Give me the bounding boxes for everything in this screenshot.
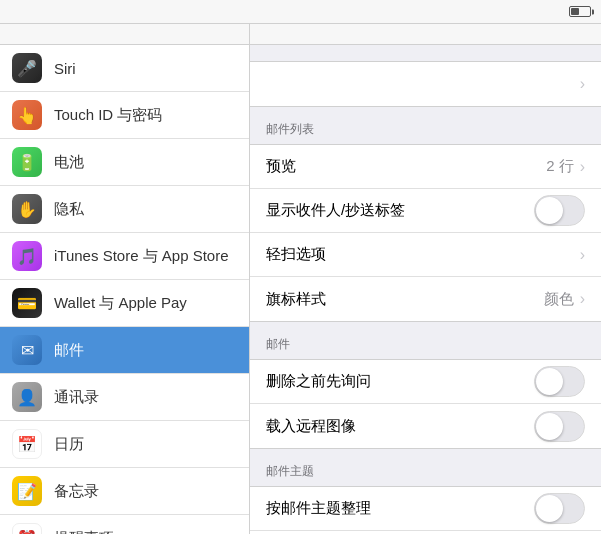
toggle-2-0[interactable] [534,493,585,524]
itunes-icon: 🎵 [12,241,42,271]
row-value-0-3: 颜色 [544,290,574,309]
settings-row-2-0[interactable]: 按邮件主题整理 [250,487,601,531]
add-account-row[interactable]: › [250,62,601,106]
settings-row-0-3[interactable]: 旗标样式颜色› [250,277,601,321]
sidebar-item-calendar[interactable]: 📅日历 [0,421,249,468]
settings-group-1: 删除之前先询问载入远程图像 [250,359,601,449]
settings-row-0-1[interactable]: 显示收件人/抄送标签 [250,189,601,233]
row-chevron-0-3: › [580,290,585,308]
section-title-2: 邮件主题 [250,449,601,486]
sidebar-item-label-reminders: 提醒事项 [54,529,114,535]
sidebar-item-battery[interactable]: 🔋电池 [0,139,249,186]
row-label-1-1: 载入远程图像 [266,417,534,436]
mail-icon: ✉ [12,335,42,365]
settings-row-1-1[interactable]: 载入远程图像 [250,404,601,448]
sidebar-item-label-battery: 电池 [54,153,84,172]
add-account-group: › [250,61,601,107]
sidebar-title [0,24,249,45]
sidebar-item-label-wallet: Wallet 与 Apple Pay [54,294,187,313]
sidebar-item-wallet[interactable]: 💳Wallet 与 Apple Pay [0,280,249,327]
row-label-1-0: 删除之前先询问 [266,372,534,391]
status-right [565,6,591,17]
right-sections: 邮件列表预览2 行›显示收件人/抄送标签轻扫选项›旗标样式颜色›邮件删除之前先询… [250,107,601,534]
row-chevron-0-2: › [580,246,585,264]
right-panel-title [250,24,601,45]
sidebar-item-label-contacts: 通讯录 [54,388,99,407]
settings-group-2: 按邮件主题整理最新邮件显示在最上方 [250,486,601,534]
toggle-knob-2-0 [536,495,563,522]
section-title-1: 邮件 [250,322,601,359]
section-title-0: 邮件列表 [250,107,601,144]
sidebar-item-label-touchid: Touch ID 与密码 [54,106,162,125]
sidebar-item-label-mail: 邮件 [54,341,84,360]
sidebar-item-touchid[interactable]: 👆Touch ID 与密码 [0,92,249,139]
toggle-1-1[interactable] [534,411,585,442]
toggle-knob-1-0 [536,368,563,395]
wallet-icon: 💳 [12,288,42,318]
sidebar-item-label-privacy: 隐私 [54,200,84,219]
calendar-icon: 📅 [12,429,42,459]
sidebar-item-mail[interactable]: ✉邮件 [0,327,249,374]
battery-icon: 🔋 [12,147,42,177]
sidebar-item-label-siri: Siri [54,60,76,77]
status-bar [0,0,601,24]
row-label-2-0: 按邮件主题整理 [266,499,534,518]
sidebar-item-contacts[interactable]: 👤通讯录 [0,374,249,421]
sidebar-items-list: 🎤Siri👆Touch ID 与密码🔋电池✋隐私🎵iTunes Store 与 … [0,45,249,534]
settings-group-0: 预览2 行›显示收件人/抄送标签轻扫选项›旗标样式颜色› [250,144,601,322]
sidebar-item-siri[interactable]: 🎤Siri [0,45,249,92]
toggle-knob-0-1 [536,197,563,224]
sidebar-item-label-calendar: 日历 [54,435,84,454]
contacts-icon: 👤 [12,382,42,412]
add-account-chevron: › [580,75,585,93]
sidebar-item-label-notes: 备忘录 [54,482,99,501]
sidebar-item-itunes[interactable]: 🎵iTunes Store 与 App Store [0,233,249,280]
main-container: 🎤Siri👆Touch ID 与密码🔋电池✋隐私🎵iTunes Store 与 … [0,24,601,534]
settings-row-0-0[interactable]: 预览2 行› [250,145,601,189]
reminders-icon: ⏰ [12,523,42,534]
right-panel: › 邮件列表预览2 行›显示收件人/抄送标签轻扫选项›旗标样式颜色›邮件删除之前… [250,24,601,534]
row-label-0-0: 预览 [266,157,546,176]
touchid-icon: 👆 [12,100,42,130]
notes-icon: 📝 [12,476,42,506]
privacy-icon: ✋ [12,194,42,224]
sidebar-item-notes[interactable]: 📝备忘录 [0,468,249,515]
row-chevron-0-0: › [580,158,585,176]
row-label-0-2: 轻扫选项 [266,245,580,264]
battery-tip [592,9,594,14]
battery-fill [571,8,579,15]
row-value-0-0: 2 行 [546,157,574,176]
toggle-1-0[interactable] [534,366,585,397]
toggle-knob-1-1 [536,413,563,440]
toggle-0-1[interactable] [534,195,585,226]
sidebar-item-label-itunes: iTunes Store 与 App Store [54,247,229,266]
settings-row-0-2[interactable]: 轻扫选项› [250,233,601,277]
settings-row-1-0[interactable]: 删除之前先询问 [250,360,601,404]
row-label-0-1: 显示收件人/抄送标签 [266,201,534,220]
sidebar: 🎤Siri👆Touch ID 与密码🔋电池✋隐私🎵iTunes Store 与 … [0,24,250,534]
sidebar-item-reminders[interactable]: ⏰提醒事项 [0,515,249,534]
row-label-0-3: 旗标样式 [266,290,544,309]
sidebar-item-privacy[interactable]: ✋隐私 [0,186,249,233]
siri-icon: 🎤 [12,53,42,83]
battery-icon [569,6,591,17]
